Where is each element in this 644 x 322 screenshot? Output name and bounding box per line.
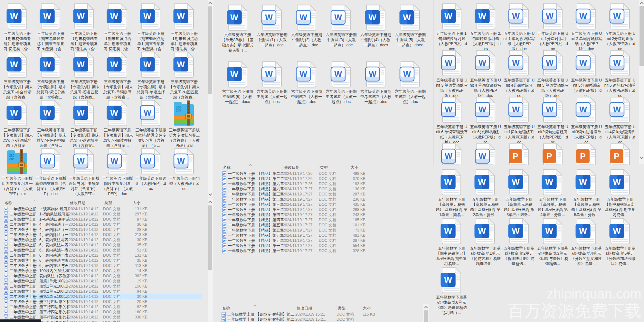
file-item[interactable]: W三年级英语下册版阅读专项复习卷（含答案）（人教PEP）.doc	[101, 148, 134, 196]
file-item[interactable]: W五年级英语下册 Unit 6 单词背诵默写纸（人教PEP版）.doc	[435, 97, 469, 143]
file-item[interactable]: W五年级英语下册 Unit 4 单词背诵默写纸（人教PEP版）.doc	[469, 50, 503, 97]
file-item[interactable]: P	[536, 143, 570, 165]
file-item[interactable]: W六年级英语下册期中考试试卷（人教一起点）.doc	[358, 61, 393, 118]
file-row[interactable]: W二年级数学上册册第1单元100以内的...2024/11/19 14:12DO…	[3, 284, 202, 289]
file-row[interactable]: W二年级数学上册册平行四边形的初步...2024/11/19 14:12DOC …	[3, 304, 202, 309]
file-item[interactable]: W三年级英语下册【专项集训】期末总复习-单项选择题（含答案...	[134, 52, 168, 100]
file-item[interactable]: W五年级数学下册基础+拔高 第6单元《圆》易错题精选练习题（...	[435, 267, 469, 316]
file-row[interactable]: W一年级数学下册【精品】第三章《认识...2024/11/19 17:27DOC…	[222, 202, 425, 207]
column-header-type[interactable]: 类型	[336, 305, 362, 311]
file-item[interactable]: W五年级英语下册 Unit 2 单词背诵默写纸（人教PEP版）.doc	[570, 3, 603, 50]
file-item[interactable]: 360 ZIP 三年级英语下册版听力专项复习卷一（含答案）（人教PEP）.rar	[1, 148, 34, 196]
file-row[interactable]: W一年级数学下册【精品】第二章《认识...2024/11/19 17:26DOC…	[222, 176, 425, 181]
file-item[interactable]: W五年级英语下册 Unit 6 词句默写清单（人教PEP版）.doc	[603, 50, 637, 97]
file-item[interactable]: W五年级英语下册 2.句型转换练习题（人教PEP版）.docx	[469, 3, 503, 50]
file-item[interactable]: W五年级英语下册 Unit 3 单词背诵默写纸（人教PEP版）.doc	[435, 50, 469, 97]
file-item[interactable]: W五年级英语下册 Unit 1 单词背诵默写纸（人教PEP版）.doc	[502, 3, 536, 50]
file-row[interactable]: W二年级数学上册6、表内乘法与表内除...2024/11/19 14:12DOC…	[3, 237, 202, 242]
sort-ascending-icon[interactable]	[254, 304, 256, 307]
file-item[interactable]: W五年级数学下册基础+拔高 第1单元《简易方程》易错精选强化...	[469, 218, 502, 267]
file-row[interactable]: W一年级数学下册【精品】第二章《认识...2024/11/19 17:26DOC…	[222, 171, 425, 176]
file-item[interactable]: P	[570, 143, 603, 165]
column-header-date[interactable]: 修改日期	[295, 305, 336, 311]
file-row[interactable]: W二年级数学上册册平行四边形的初步...2024/11/19 14:12DOC …	[3, 299, 202, 304]
scroll-down-icon[interactable]	[208, 192, 213, 196]
file-item[interactable]: W五年级数学下册基础+拔高 第5单元《分数的加法和减法》易错...	[603, 218, 637, 267]
file-item[interactable]: W六年级英语下册期中测试卷（人教一起点）.doc	[289, 61, 324, 118]
file-item[interactable]: W三年级英语下册【专项集训】期末总复习-任务型阅读题（含答...	[34, 100, 68, 148]
file-row[interactable]: W一年级数学下册【精品】第三章《认识...2024/11/19 17:27DOC…	[222, 192, 425, 197]
file-item[interactable]: W五年级英语下册 1.句型转换练习题（人教PEP版）.docx	[435, 3, 469, 50]
scrollbar-mid-list2[interactable]	[423, 304, 429, 322]
file-item[interactable]: W三年级英语下册【专项集训】期末总复习-答语匹配题（含答案...	[67, 52, 101, 100]
sort-ascending-icon[interactable]	[34, 199, 37, 202]
file-item[interactable]: P	[603, 143, 637, 165]
file-row[interactable]: W一年级数学下册【精品】第一章《20以...2024/11/19 17:27DO…	[222, 243, 425, 248]
file-item[interactable]: W六年级英语下册【单元AB卷】【基础夯实】期中测试卷 A卷（...	[220, 5, 255, 61]
file-row[interactable]: W二年级数学上册册平行四边形的初步...2024/11/19 14:12DOC …	[3, 315, 202, 320]
file-row[interactable]: W一年级数学下册【精品】第四章《100...2024/11/19 17:27DO…	[222, 212, 425, 217]
file-row[interactable]: W二年级数学上册6、表内乘法与表内除...2024/11/19 14:12DOC…	[3, 248, 202, 253]
file-row[interactable]: W三年级数学上册【题型专项特训】第二...2024/11/19 15:2...D…	[221, 317, 422, 322]
scroll-up-icon[interactable]	[208, 200, 213, 204]
file-row[interactable]: W一年级数学下册【精品】第六章《100...2024/11/19 17:27DO…	[222, 186, 425, 192]
column-header-date[interactable]: 修改日期	[69, 200, 103, 206]
file-item[interactable]: W五年级数学下册【高频单元易错题】基础+拔高 第3单元：因数...	[502, 169, 536, 218]
file-item[interactable]: W三年级英语下册版新型题突破卷（含答案）（人教PEP）.doc	[34, 148, 68, 196]
file-row[interactable]: W二年级数学上册册第1单元100以内的...2024/11/19 14:12DO…	[3, 294, 202, 299]
file-item[interactable]: W五年级数学下册【高频单元易错题】基础+拔高 第4单元：分数...	[536, 169, 570, 218]
file-item[interactable]: W三年级英语下册【期末知识点清单】期末专项复习-词汇类（含...	[101, 3, 134, 52]
file-item[interactable]: W五年级英语下册 Unit1词句短语练习（人教PEP版）.doc	[502, 97, 536, 143]
file-row[interactable]: W一年级数学下册【精品】第五章《元、...2024/11/19 17:27DOC…	[222, 233, 425, 238]
file-item[interactable]: W六年级英语下册期中考试卷（人教一起点）.doc	[324, 61, 358, 118]
file-item[interactable]: W	[435, 143, 469, 165]
file-item[interactable]: W六年级英语下册期中试卷（人教一起点）.doc	[393, 61, 428, 118]
file-row[interactable]: W二年级数学上册6、表内乘法与表内除...2024/11/19 14:12DOC…	[3, 263, 202, 268]
file-row[interactable]: W二年级数学上册表内乘法（苏教版）...2024/11/19 14:12DOC …	[3, 273, 202, 279]
scrollbar-thumb[interactable]	[208, 205, 212, 270]
scrollbar-left-list[interactable]	[207, 198, 213, 322]
file-row[interactable]: W一年级数学下册【精品】第六章《100...2024/11/19 17:26DO…	[222, 181, 425, 186]
file-item[interactable]: W三年级英语下册【专项集训】期末总复习-选词填空题（含答案...	[67, 100, 101, 148]
file-item[interactable]: W六年级英语下册期中测试 (5)（人教一起点）.docx	[393, 5, 428, 61]
file-row[interactable]: W二年级数学上册1--6乘法口诀测试卷(...2024/11/19 14:12D…	[3, 217, 202, 222]
file-item[interactable]: W六年级英语下册期中测试 (4)（人教一起点）.docx	[358, 5, 393, 61]
file-item[interactable]: W三年级英语下册【专项集训】期末总复习-词汇分类题（含答案...	[34, 52, 68, 100]
file-item[interactable]: W五年级数学下册【高频单元易错题】基础+拔高 第2单元：折线...	[469, 169, 502, 218]
file-row[interactable]: W二年级数学上册6、表内乘法与表内除...2024/11/19 14:12DOC…	[3, 258, 202, 263]
file-item[interactable]: 360 ZIP 三年级英语下册版听力专项复习卷二（含答案）（人教PEP）.rar	[167, 100, 201, 148]
file-item[interactable]: W五年级数学下册【高频单元易错题】-基础+拔高 第1单元：简易...	[435, 169, 469, 218]
file-item[interactable]: W三年级英语下册【期末知识点清单】期末专项复习-句型类（含...	[134, 3, 168, 52]
file-item[interactable]: W三年级英语下册【专项集训】期末总复习-连词成句题（含答案...	[1, 100, 34, 148]
file-item[interactable]: W三年级英语下册词汇（人教PEP）.doc	[134, 148, 168, 196]
column-header-name[interactable]: 名称	[222, 165, 283, 170]
file-item[interactable]: W六年级英语下册期中测试 (2)（人教一起点）.doc	[289, 5, 324, 61]
file-item[interactable]: P	[502, 143, 536, 165]
file-row[interactable]: W二年级数学上册4、表内除法（一）达...2024/11/19 14:12DOC…	[3, 227, 202, 232]
scrollbar-thumb[interactable]	[424, 310, 428, 322]
file-row[interactable]: W一年级数学下册【精品】第四章《100...2024/11/19 17:27DO…	[222, 217, 425, 223]
column-header-type[interactable]: 类型	[103, 200, 131, 206]
file-item[interactable]: W三年级英语下册版句型与情景交际专项复习卷（含答案）（人...	[134, 100, 168, 148]
file-item[interactable]: W三年级英语下册【专项集训】期末总复习-阅读理解题（含答案...	[101, 100, 134, 148]
file-row[interactable]: W一年级数学下册【精品】第五章《元、...2024/11/19 17:27DOC…	[222, 238, 425, 243]
file-row[interactable]: W一年级数学下册【精品】第三章《认识...2024/11/19 17:27DOC…	[222, 197, 425, 202]
file-row[interactable]: W一年级数学下册【精品】第一章《20以...2024/11/19 17:27DO…	[222, 248, 425, 253]
file-row[interactable]: W二年级数学上册100以内的加法和减法...2024/11/19 14:12DO…	[3, 268, 202, 273]
file-item[interactable]: W五年级数学下册基础+拔高 第4单元《分数的意义和性质》易错...	[570, 218, 603, 267]
file-item[interactable]: W三年级英语下册【期末易错题专练】期末专项复习-句型类（含...	[34, 3, 68, 52]
file-row[interactable]: W二年级数学上册6、表内乘法与表内除...2024/11/19 14:12DOC…	[3, 242, 202, 248]
file-row[interactable]: W二年级数学上册册平行四边形的初步...2024/11/19 14:12DOC …	[3, 309, 202, 315]
file-row[interactable]: W二年级数学上册册第1单元100以内的...2024/11/19 14:12DO…	[3, 289, 202, 294]
file-row[interactable]: W一年级数学下册【精品】第三章《认识...2024/11/19 17:27DOC…	[222, 207, 425, 212]
scrollbar-thumb[interactable]	[639, 6, 644, 66]
file-item[interactable]: W五年级英语下册 Unit 5 单词背诵默写纸（人教PEP版）.doc	[536, 50, 570, 97]
file-item[interactable]: W三年级英语下册【专项集训】期末总复习-单词拼写题（含答案...	[101, 52, 134, 100]
file-item[interactable]: W五年级数学下册基础+拔高 第2单元《折线统计图》易错精选...	[502, 218, 536, 267]
scrollbar-right-top[interactable]	[639, 0, 644, 164]
scroll-down-icon[interactable]	[639, 155, 644, 160]
sort-ascending-icon[interactable]	[249, 164, 252, 166]
file-item[interactable]: W五年级英语下册 Unit4词句短语清单（人教PEP版）.doc	[603, 97, 637, 143]
file-item[interactable]: W三年级英语下册版语音与词汇专项复习卷（含答案）（人教PEP...	[67, 148, 101, 196]
file-item[interactable]: W五年级英语下册 Unit 6分课时训练（人教PEP版）.doc	[469, 97, 503, 143]
